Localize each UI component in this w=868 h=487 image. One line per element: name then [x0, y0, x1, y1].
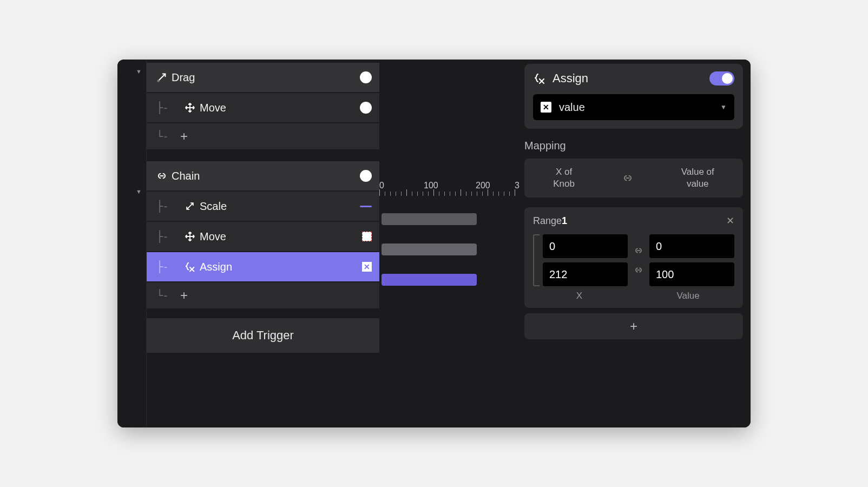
status-square-icon[interactable] [362, 232, 372, 241]
timeline-ruler: 0 100 200 3 [379, 181, 520, 196]
mapping-section-label: Mapping [524, 140, 743, 152]
range-x-axis-label: X [533, 291, 626, 301]
add-range-button[interactable]: + [524, 313, 743, 339]
move-icon [180, 102, 200, 114]
mapping-summary[interactable]: X of Knob Value of value [524, 159, 743, 198]
range-to-value-input[interactable]: 100 [649, 262, 734, 286]
trigger-chain-assign[interactable]: Assign ✕ [147, 252, 379, 281]
inspector-title: Assign [553, 71, 709, 85]
range-value-axis-label: Value [642, 291, 734, 301]
range-from-x-input[interactable]: 0 [543, 234, 628, 258]
trigger-drag-move-label: Move [200, 102, 360, 114]
range-block: Range1 ✕ 0 212 0 100 [524, 207, 743, 308]
range-bracket-icon [533, 234, 540, 286]
value-select[interactable]: ✕ value ▼ [533, 94, 734, 120]
chevron-down-icon: ▼ [720, 103, 727, 111]
trigger-chain-move-label: Move [200, 231, 362, 243]
trigger-drag[interactable]: Drag [147, 63, 379, 92]
tree-connector-icon [156, 200, 180, 213]
tree-connector-icon [156, 260, 180, 273]
collapse-arrow-icon[interactable]: ▼ [136, 68, 142, 75]
status-dot-icon[interactable] [360, 71, 372, 83]
range-title: Range1 [533, 215, 567, 227]
trigger-chain-assign-label: Assign [200, 261, 362, 273]
tree-connector-icon [156, 289, 180, 302]
timeline-bar-scale[interactable] [382, 213, 477, 225]
inspector-header: Assign ✕ value ▼ [524, 64, 743, 129]
close-icon[interactable]: ✕ [726, 215, 734, 227]
inspector-panel: Assign ✕ value ▼ Mapping X of Knob [520, 60, 751, 427]
plus-icon: + [180, 288, 188, 303]
range-from-value-input[interactable]: 0 [649, 234, 734, 258]
chain-icon [633, 247, 644, 254]
variable-icon: ✕ [541, 102, 551, 113]
status-dot-icon[interactable] [360, 170, 372, 182]
trigger-chain-move[interactable]: Move [147, 222, 379, 251]
mapping-to: Value of value [681, 166, 714, 190]
timeline-bar-move[interactable] [382, 244, 477, 255]
status-dot-icon[interactable] [360, 102, 372, 114]
trigger-drag-add[interactable]: + [147, 123, 379, 149]
assign-fx-icon [533, 72, 546, 85]
tree-connector-icon [156, 130, 180, 143]
status-dash-icon[interactable] [360, 206, 372, 207]
plus-icon: + [630, 319, 637, 334]
app-window: ▼ ▼ Drag Move + [117, 60, 751, 427]
gutter: ▼ ▼ [117, 60, 147, 427]
mapping-from: X of Knob [553, 166, 575, 190]
chain-icon [621, 174, 634, 182]
tree-connector-icon [156, 101, 180, 114]
main-area: Drag Move + Chain [147, 60, 751, 427]
assign-fx-icon [180, 261, 200, 273]
enable-toggle[interactable] [709, 71, 734, 85]
range-to-x-input[interactable]: 212 [543, 262, 628, 286]
drag-arrow-icon [152, 71, 172, 83]
trigger-tree: Drag Move + Chain [147, 60, 379, 427]
collapse-arrow-icon[interactable]: ▼ [136, 188, 142, 195]
timeline-bar-assign[interactable] [382, 274, 477, 286]
add-trigger-button[interactable]: Add Trigger [147, 318, 379, 353]
plus-icon: + [180, 129, 188, 144]
chain-icon [633, 266, 644, 274]
trigger-chain-scale-label: Scale [200, 200, 360, 213]
chain-icon [152, 170, 172, 182]
add-trigger-label: Add Trigger [232, 328, 294, 343]
trigger-drag-move[interactable]: Move [147, 93, 379, 122]
value-select-label: value [559, 101, 585, 114]
trigger-chain[interactable]: Chain [147, 161, 379, 190]
trigger-drag-label: Drag [172, 71, 360, 84]
scale-icon [180, 201, 200, 212]
timeline[interactable]: 0 100 200 3 [379, 60, 520, 427]
status-x-icon[interactable]: ✕ [362, 262, 372, 272]
trigger-chain-add[interactable]: + [147, 282, 379, 308]
trigger-chain-scale[interactable]: Scale [147, 192, 379, 221]
trigger-chain-label: Chain [172, 170, 360, 182]
tree-connector-icon [156, 230, 180, 243]
move-icon [180, 231, 200, 242]
